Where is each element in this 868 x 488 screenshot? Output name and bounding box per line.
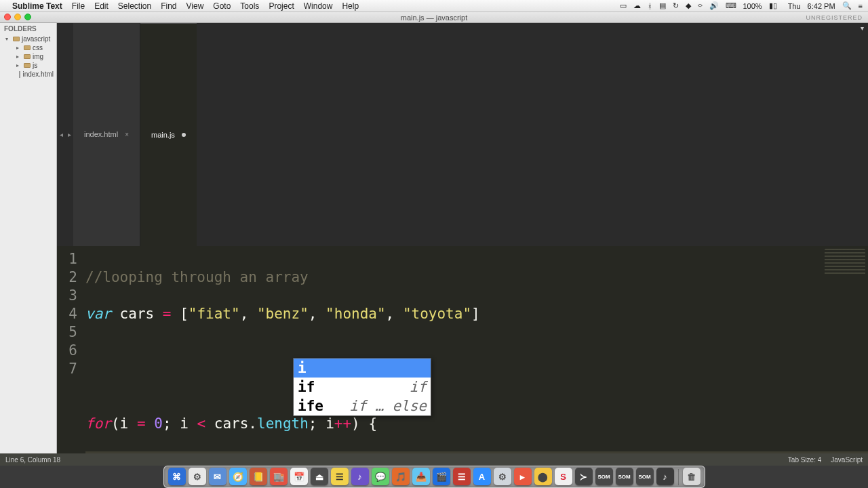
tab-history-forward[interactable]: ▸ bbox=[65, 23, 73, 246]
spotlight-icon[interactable]: 🔍 bbox=[842, 1, 852, 10]
folder-js[interactable]: ▸ js bbox=[0, 61, 56, 70]
folder-icon bbox=[13, 37, 20, 41]
menu-help[interactable]: Help bbox=[342, 1, 359, 11]
display-icon[interactable]: ▭ bbox=[620, 1, 627, 10]
dock-app-icon[interactable]: ⌘ bbox=[168, 468, 186, 485]
folder-sidebar[interactable]: FOLDERS ▾ javascript ▸ css ▸ img ▸ js in… bbox=[0, 23, 57, 453]
autocomplete-item[interactable]: if if bbox=[294, 378, 431, 396]
disclosure-triangle-icon[interactable]: ▸ bbox=[16, 45, 22, 51]
dock-app-icon[interactable]: 🎵 bbox=[392, 468, 410, 485]
file-icon bbox=[19, 71, 21, 78]
root-folder[interactable]: ▾ javascript bbox=[0, 35, 56, 43]
dock-app-icon[interactable]: 📥 bbox=[412, 468, 430, 485]
clock-day[interactable]: Thu bbox=[788, 2, 801, 10]
autocomplete-item[interactable]: i bbox=[294, 359, 431, 378]
menu-find[interactable]: Find bbox=[161, 1, 176, 11]
dock-app-icon[interactable]: ⏏ bbox=[311, 468, 328, 485]
window-controls bbox=[4, 14, 31, 20]
tab-bar: ◂ ▸ index.html × main.js ▾ bbox=[57, 23, 868, 246]
dock-app-icon[interactable]: ☰ bbox=[453, 468, 471, 485]
dock-app-icon[interactable]: ✉ bbox=[209, 468, 226, 485]
folder-label: css bbox=[33, 44, 43, 52]
disclosure-triangle-icon[interactable]: ▸ bbox=[16, 62, 22, 68]
dock-app-icon[interactable]: ♪ bbox=[351, 468, 369, 485]
disclosure-triangle-icon[interactable]: ▾ bbox=[5, 36, 11, 42]
sidebar-heading: FOLDERS bbox=[0, 23, 56, 35]
menu-tools[interactable]: Tools bbox=[240, 1, 259, 11]
dock-app-icon[interactable]: 🧭 bbox=[229, 468, 247, 485]
app-menu[interactable]: Sublime Text bbox=[12, 1, 62, 11]
folder-img[interactable]: ▸ img bbox=[0, 52, 56, 61]
dock-app-icon[interactable]: ⬤ bbox=[534, 468, 552, 485]
status-line-col[interactable]: Line 6, Column 18 bbox=[5, 456, 60, 464]
autocomplete-item[interactable]: ife if … else bbox=[294, 396, 431, 415]
dock-app-icon[interactable]: ♪ bbox=[656, 468, 674, 485]
dock-app-icon[interactable]: 🏬 bbox=[270, 468, 288, 485]
zoom-window-button[interactable] bbox=[24, 14, 31, 20]
macos-dock[interactable]: ⌘⚙✉🧭📒🏬📅⏏☰♪💬🎵📥🎬☰A⚙▸⬤S≻SOMSOMSOM♪🗑 bbox=[163, 466, 705, 488]
file-index-html[interactable]: index.html bbox=[0, 70, 56, 79]
dock-app-icon[interactable]: SOM bbox=[636, 468, 654, 485]
dock-app-icon[interactable]: SOM bbox=[616, 468, 633, 485]
dock-app-icon[interactable]: ≻ bbox=[575, 468, 593, 485]
menubar-right: ▭ ☁ ᚼ ▤ ↻ ◆ ⌔ 🔊 ⌨ 100% ▮▯ Thu 6:42 PM 🔍 … bbox=[620, 1, 863, 10]
volume-icon[interactable]: 🔊 bbox=[709, 1, 719, 10]
text-caret bbox=[231, 453, 232, 454]
dock-app-icon[interactable]: S bbox=[555, 468, 572, 485]
dock-app-icon[interactable]: 📒 bbox=[250, 468, 267, 485]
folder-label: js bbox=[33, 62, 37, 69]
tab-dirty-indicator-icon bbox=[182, 133, 186, 137]
menu-project[interactable]: Project bbox=[269, 1, 294, 11]
menu-edit[interactable]: Edit bbox=[94, 1, 108, 11]
clock-time[interactable]: 6:42 PM bbox=[808, 2, 835, 10]
keyboard-icon[interactable]: ⌨ bbox=[726, 1, 736, 10]
status-language[interactable]: JavaScript bbox=[831, 456, 863, 464]
folder-css[interactable]: ▸ css bbox=[0, 43, 56, 52]
battery-label[interactable]: 100% bbox=[743, 2, 762, 10]
network-icon[interactable]: ▤ bbox=[659, 1, 666, 10]
window-titlebar: main.js — javascript UNREGISTERED bbox=[0, 12, 868, 23]
tab-label: index.html bbox=[84, 130, 118, 138]
folder-icon bbox=[24, 54, 31, 59]
close-window-button[interactable] bbox=[4, 14, 11, 20]
dock-app-icon[interactable]: SOM bbox=[595, 468, 613, 485]
minimize-window-button[interactable] bbox=[14, 14, 21, 20]
menu-window[interactable]: Window bbox=[304, 1, 333, 11]
tab-label: main.js bbox=[151, 131, 175, 139]
battery-icon[interactable]: ▮▯ bbox=[769, 1, 777, 10]
disclosure-triangle-icon[interactable]: ▸ bbox=[16, 54, 22, 60]
menu-file[interactable]: File bbox=[72, 1, 85, 11]
sync-icon[interactable]: ↻ bbox=[673, 1, 679, 10]
tabs-overflow-icon[interactable]: ▾ bbox=[861, 24, 864, 32]
tab-close-icon[interactable]: × bbox=[125, 131, 129, 138]
menu-goto[interactable]: Goto bbox=[213, 1, 231, 11]
bluetooth-icon[interactable]: ᚼ bbox=[648, 2, 652, 10]
dock-app-icon[interactable]: ☰ bbox=[331, 468, 349, 485]
dock-app-icon[interactable]: ⚙ bbox=[494, 468, 511, 485]
dock-app-icon[interactable]: ▸ bbox=[514, 468, 532, 485]
menu-view[interactable]: View bbox=[186, 1, 204, 11]
minimap[interactable] bbox=[825, 249, 865, 276]
menu-selection[interactable]: Selection bbox=[118, 1, 151, 11]
trash-icon[interactable]: 🗑 bbox=[683, 468, 701, 485]
tab-main-js[interactable]: main.js bbox=[140, 23, 197, 246]
tab-history-back[interactable]: ◂ bbox=[57, 23, 65, 246]
dock-app-icon[interactable]: 💬 bbox=[372, 468, 389, 485]
tab-index-html[interactable]: index.html × bbox=[73, 23, 140, 246]
status-bar: Line 6, Column 18 Tab Size: 4 JavaScript bbox=[0, 453, 868, 466]
dock-app-icon[interactable]: 🎬 bbox=[433, 468, 450, 485]
dock-app-icon[interactable]: A bbox=[473, 468, 491, 485]
wifi-icon[interactable]: ⌔ bbox=[698, 2, 703, 10]
cloud-icon[interactable]: ☁ bbox=[633, 1, 641, 10]
dock-app-icon[interactable]: ⚙ bbox=[189, 468, 206, 485]
dropbox-icon[interactable]: ◆ bbox=[686, 1, 691, 10]
autocomplete-popup[interactable]: i if if ife if … else bbox=[293, 358, 431, 416]
dock-app-icon[interactable]: 📅 bbox=[290, 468, 308, 485]
dock-separator bbox=[678, 469, 679, 485]
notification-icon[interactable]: ≡ bbox=[859, 2, 863, 10]
unregistered-label: UNREGISTERED bbox=[806, 14, 863, 21]
status-tab-size[interactable]: Tab Size: 4 bbox=[788, 456, 821, 464]
code-editor[interactable]: 1234 567 //looping through an array var … bbox=[57, 246, 868, 454]
code-content[interactable]: //looping through an array var cars = ["… bbox=[85, 246, 868, 454]
folder-icon bbox=[24, 45, 31, 50]
